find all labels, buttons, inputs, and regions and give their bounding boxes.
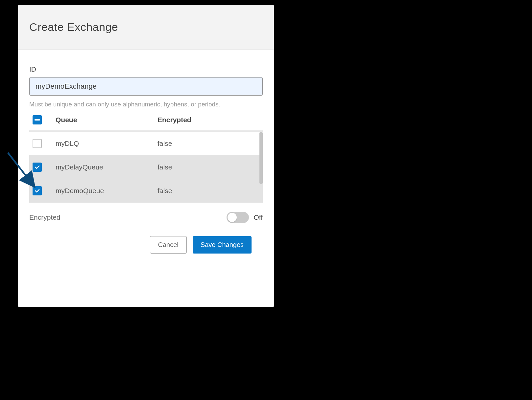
queue-column-header[interactable]: Queue	[56, 116, 157, 124]
id-help-text: Must be unique and can only use alphanum…	[29, 101, 263, 108]
toggle-wrapper: Off	[227, 212, 263, 223]
select-all-checkbox[interactable]	[33, 115, 42, 124]
encrypted-toggle-row: Encrypted Off	[29, 212, 263, 223]
encrypted-cell: false	[157, 140, 259, 147]
encrypted-cell: false	[157, 187, 259, 195]
row-checkbox[interactable]	[33, 186, 42, 195]
row-checkbox-col	[33, 186, 56, 195]
table-body: myDLQ false myDelayQueue false	[29, 132, 263, 203]
encrypted-cell: false	[157, 163, 259, 171]
toggle-state-label: Off	[254, 213, 263, 221]
table-row[interactable]: myDelayQueue false	[29, 155, 263, 179]
id-input[interactable]	[29, 77, 263, 96]
queue-name-cell: myDLQ	[56, 140, 157, 147]
dialog-title: Create Exchange	[29, 21, 263, 33]
cancel-button[interactable]: Cancel	[150, 236, 187, 254]
table-row[interactable]: myDemoQueue false	[29, 179, 263, 203]
queue-table: Queue Encrypted myDLQ false	[29, 115, 263, 203]
toggle-knob	[228, 213, 237, 222]
table-header-row: Queue Encrypted	[29, 115, 263, 132]
minus-icon	[35, 119, 40, 121]
queue-name-cell: myDemoQueue	[56, 187, 157, 195]
save-button[interactable]: Save Changes	[193, 236, 252, 254]
dialog-header: Create Exchange	[18, 5, 274, 50]
dialog-footer: Cancel Save Changes	[29, 223, 263, 254]
scrollbar[interactable]	[259, 132, 263, 184]
check-icon	[34, 188, 40, 194]
row-checkbox-col	[33, 139, 56, 148]
encrypted-column-header[interactable]: Encrypted	[157, 116, 259, 124]
dialog-body: ID Must be unique and can only use alpha…	[18, 50, 274, 261]
id-field-label: ID	[29, 65, 263, 73]
queue-name-cell: myDelayQueue	[56, 163, 157, 171]
row-checkbox[interactable]	[33, 139, 42, 148]
header-checkbox-col	[33, 115, 56, 124]
check-icon	[34, 164, 40, 170]
encrypted-toggle-label: Encrypted	[29, 213, 60, 221]
create-exchange-dialog: Create Exchange ID Must be unique and ca…	[18, 5, 274, 307]
row-checkbox[interactable]	[33, 163, 42, 172]
encrypted-toggle[interactable]	[227, 212, 249, 223]
row-checkbox-col	[33, 163, 56, 172]
table-row[interactable]: myDLQ false	[29, 132, 263, 155]
